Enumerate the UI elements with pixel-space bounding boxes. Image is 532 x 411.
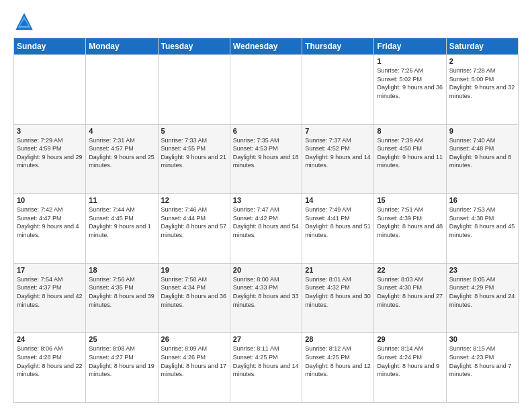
day-number: 10 <box>17 196 83 204</box>
calendar-day-29: 29Sunrise: 8:14 AM Sunset: 4:24 PM Dayli… <box>374 333 446 403</box>
day-number: 27 <box>233 335 299 343</box>
day-number: 20 <box>233 266 299 274</box>
day-info: Sunrise: 8:12 AM Sunset: 4:25 PM Dayligh… <box>305 345 371 378</box>
col-header-friday: Friday <box>374 38 446 55</box>
day-number: 14 <box>305 196 371 204</box>
day-info: Sunrise: 7:54 AM Sunset: 4:37 PM Dayligh… <box>17 275 83 309</box>
day-number: 2 <box>449 57 515 65</box>
day-info: Sunrise: 7:40 AM Sunset: 4:48 PM Dayligh… <box>449 136 515 170</box>
day-info: Sunrise: 7:51 AM Sunset: 4:39 PM Dayligh… <box>377 205 443 239</box>
calendar-day-17: 17Sunrise: 7:54 AM Sunset: 4:37 PM Dayli… <box>14 263 86 333</box>
day-number: 9 <box>449 127 515 135</box>
calendar-table: SundayMondayTuesdayWednesdayThursdayFrid… <box>13 38 519 403</box>
day-number: 3 <box>17 127 83 135</box>
day-info: Sunrise: 7:56 AM Sunset: 4:35 PM Dayligh… <box>89 275 154 309</box>
col-header-thursday: Thursday <box>302 38 374 55</box>
day-info: Sunrise: 8:15 AM Sunset: 4:23 PM Dayligh… <box>449 345 515 378</box>
day-number: 13 <box>233 196 299 204</box>
day-info: Sunrise: 7:58 AM Sunset: 4:34 PM Dayligh… <box>161 275 227 309</box>
day-number: 11 <box>89 196 154 204</box>
calendar-day-25: 25Sunrise: 8:08 AM Sunset: 4:27 PM Dayli… <box>86 333 158 403</box>
day-number: 19 <box>161 266 227 274</box>
day-number: 23 <box>449 266 515 274</box>
calendar-day-12: 12Sunrise: 7:46 AM Sunset: 4:44 PM Dayli… <box>158 194 230 264</box>
day-number: 22 <box>377 266 443 274</box>
col-header-wednesday: Wednesday <box>230 38 302 55</box>
day-info: Sunrise: 7:49 AM Sunset: 4:41 PM Dayligh… <box>305 205 371 239</box>
day-info: Sunrise: 8:05 AM Sunset: 4:29 PM Dayligh… <box>449 275 515 309</box>
calendar-day-21: 21Sunrise: 8:01 AM Sunset: 4:32 PM Dayli… <box>302 263 374 333</box>
calendar-day-10: 10Sunrise: 7:42 AM Sunset: 4:47 PM Dayli… <box>14 194 86 264</box>
calendar-empty <box>14 55 86 125</box>
calendar-week-row: 17Sunrise: 7:54 AM Sunset: 4:37 PM Dayli… <box>14 263 519 333</box>
calendar-week-row: 10Sunrise: 7:42 AM Sunset: 4:47 PM Dayli… <box>14 194 519 264</box>
day-number: 7 <box>305 127 371 135</box>
day-info: Sunrise: 7:31 AM Sunset: 4:57 PM Dayligh… <box>89 136 154 170</box>
day-info: Sunrise: 7:47 AM Sunset: 4:42 PM Dayligh… <box>233 205 299 239</box>
day-number: 29 <box>377 335 443 343</box>
logo <box>13 11 38 32</box>
calendar-empty <box>230 55 302 125</box>
calendar-day-2: 2Sunrise: 7:28 AM Sunset: 5:00 PM Daylig… <box>446 55 518 125</box>
calendar-day-7: 7Sunrise: 7:37 AM Sunset: 4:52 PM Daylig… <box>302 124 374 194</box>
calendar-day-24: 24Sunrise: 8:06 AM Sunset: 4:28 PM Dayli… <box>14 333 86 403</box>
calendar-day-8: 8Sunrise: 7:39 AM Sunset: 4:50 PM Daylig… <box>374 124 446 194</box>
calendar-week-row: 3Sunrise: 7:29 AM Sunset: 4:59 PM Daylig… <box>14 124 519 194</box>
calendar-day-9: 9Sunrise: 7:40 AM Sunset: 4:48 PM Daylig… <box>446 124 518 194</box>
calendar-day-6: 6Sunrise: 7:35 AM Sunset: 4:53 PM Daylig… <box>230 124 302 194</box>
day-info: Sunrise: 7:42 AM Sunset: 4:47 PM Dayligh… <box>17 205 83 239</box>
calendar-empty <box>302 55 374 125</box>
calendar-day-4: 4Sunrise: 7:31 AM Sunset: 4:57 PM Daylig… <box>86 124 158 194</box>
calendar-day-16: 16Sunrise: 7:53 AM Sunset: 4:38 PM Dayli… <box>446 194 518 264</box>
page: SundayMondayTuesdayWednesdayThursdayFrid… <box>0 0 532 411</box>
calendar-day-19: 19Sunrise: 7:58 AM Sunset: 4:34 PM Dayli… <box>158 263 230 333</box>
col-header-tuesday: Tuesday <box>158 38 230 55</box>
calendar-day-5: 5Sunrise: 7:33 AM Sunset: 4:55 PM Daylig… <box>158 124 230 194</box>
day-number: 4 <box>89 127 154 135</box>
calendar-day-28: 28Sunrise: 8:12 AM Sunset: 4:25 PM Dayli… <box>302 333 374 403</box>
calendar-day-22: 22Sunrise: 8:03 AM Sunset: 4:30 PM Dayli… <box>374 263 446 333</box>
calendar-day-15: 15Sunrise: 7:51 AM Sunset: 4:39 PM Dayli… <box>374 194 446 264</box>
calendar-empty <box>158 55 230 125</box>
col-header-saturday: Saturday <box>446 38 518 55</box>
calendar-day-27: 27Sunrise: 8:11 AM Sunset: 4:25 PM Dayli… <box>230 333 302 403</box>
day-info: Sunrise: 8:06 AM Sunset: 4:28 PM Dayligh… <box>17 345 83 378</box>
calendar-day-30: 30Sunrise: 8:15 AM Sunset: 4:23 PM Dayli… <box>446 333 518 403</box>
day-info: Sunrise: 7:26 AM Sunset: 5:02 PM Dayligh… <box>377 66 443 100</box>
day-info: Sunrise: 7:35 AM Sunset: 4:53 PM Dayligh… <box>233 136 299 170</box>
day-number: 8 <box>377 127 443 135</box>
day-number: 25 <box>89 335 154 343</box>
day-number: 15 <box>377 196 443 204</box>
day-number: 24 <box>17 335 83 343</box>
day-number: 26 <box>161 335 227 343</box>
day-info: Sunrise: 7:37 AM Sunset: 4:52 PM Dayligh… <box>305 136 371 170</box>
col-header-monday: Monday <box>86 38 158 55</box>
logo-icon <box>13 11 35 32</box>
day-number: 16 <box>449 196 515 204</box>
calendar-day-3: 3Sunrise: 7:29 AM Sunset: 4:59 PM Daylig… <box>14 124 86 194</box>
day-info: Sunrise: 7:44 AM Sunset: 4:45 PM Dayligh… <box>89 205 154 239</box>
day-number: 5 <box>161 127 227 135</box>
col-header-sunday: Sunday <box>14 38 86 55</box>
calendar-day-20: 20Sunrise: 8:00 AM Sunset: 4:33 PM Dayli… <box>230 263 302 333</box>
calendar-week-row: 1Sunrise: 7:26 AM Sunset: 5:02 PM Daylig… <box>14 55 519 125</box>
day-number: 21 <box>305 266 371 274</box>
calendar-day-13: 13Sunrise: 7:47 AM Sunset: 4:42 PM Dayli… <box>230 194 302 264</box>
day-info: Sunrise: 8:14 AM Sunset: 4:24 PM Dayligh… <box>377 345 443 378</box>
day-number: 12 <box>161 196 227 204</box>
day-info: Sunrise: 7:29 AM Sunset: 4:59 PM Dayligh… <box>17 136 83 170</box>
day-number: 30 <box>449 335 515 343</box>
day-number: 18 <box>89 266 154 274</box>
day-number: 1 <box>377 57 443 65</box>
calendar-day-14: 14Sunrise: 7:49 AM Sunset: 4:41 PM Dayli… <box>302 194 374 264</box>
day-info: Sunrise: 7:46 AM Sunset: 4:44 PM Dayligh… <box>161 205 227 239</box>
header <box>13 11 519 32</box>
day-info: Sunrise: 7:53 AM Sunset: 4:38 PM Dayligh… <box>449 205 515 239</box>
day-info: Sunrise: 7:39 AM Sunset: 4:50 PM Dayligh… <box>377 136 443 170</box>
calendar-week-row: 24Sunrise: 8:06 AM Sunset: 4:28 PM Dayli… <box>14 333 519 403</box>
calendar-header-row: SundayMondayTuesdayWednesdayThursdayFrid… <box>14 38 519 55</box>
calendar-day-1: 1Sunrise: 7:26 AM Sunset: 5:02 PM Daylig… <box>374 55 446 125</box>
day-number: 17 <box>17 266 83 274</box>
calendar-day-18: 18Sunrise: 7:56 AM Sunset: 4:35 PM Dayli… <box>86 263 158 333</box>
calendar-day-26: 26Sunrise: 8:09 AM Sunset: 4:26 PM Dayli… <box>158 333 230 403</box>
